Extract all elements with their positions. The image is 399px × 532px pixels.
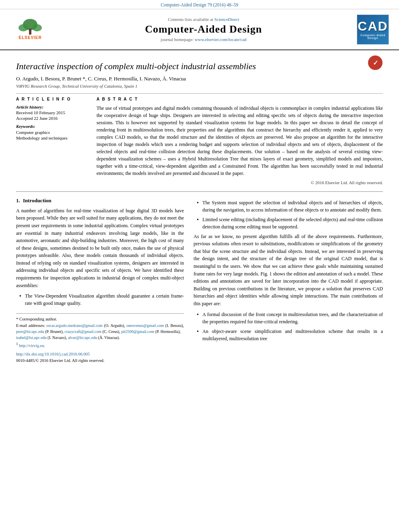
article-info-header: A R T I C L E I N F O (16, 97, 88, 101)
intro-para-right1: As far as we know, no present algorithm … (193, 233, 383, 308)
history-label: Article history: (16, 105, 88, 109)
divider-after-affiliation (16, 93, 383, 94)
journal-title: Computer-Aided Design (52, 23, 355, 35)
bullet-right-2: An object-aware scene simplification and… (197, 328, 383, 342)
journal-citation: Computer-Aided Design 79 (2016) 48–59 (161, 2, 239, 7)
email-creus[interactable]: crazycraft@gmail.com (65, 329, 102, 334)
body-right-column: The System must support the selection of… (193, 197, 383, 364)
cad-logo-box: CAD Computer-Aided Design (357, 14, 389, 45)
article-main: Interactive inspection of complex multi-… (0, 50, 399, 372)
copyright-line: © 2016 Elsevier Ltd. All rights reserved… (97, 180, 383, 185)
svg-rect-4 (29, 29, 31, 35)
crossmark-badge: ✓ (368, 55, 383, 70)
homepage-link[interactable]: www.elsevier.com/locate/cad (195, 37, 247, 42)
article-title: Interactive inspection of complex multi-… (16, 61, 368, 72)
email-hermosilla[interactable]: pit2500@gmail.com (121, 329, 154, 334)
svg-point-3 (32, 24, 42, 31)
homepage-line: journal homepage: www.elsevier.com/locat… (52, 37, 355, 42)
journal-info-center: Contents lists available at ScienceDirec… (52, 17, 355, 42)
bullet-right-1: A formal discussion of the front concept… (197, 311, 383, 325)
bullet-left-2: The System must support the selection of… (197, 199, 383, 214)
svg-text:✓: ✓ (373, 60, 378, 66)
body-two-column: 1. Introduction A number of algorithms f… (16, 197, 383, 364)
virvig-link[interactable]: http://virvig.eu. (19, 343, 45, 348)
intro-para1: A number of algorithms for real-time vis… (16, 207, 184, 290)
article-info-abstract-section: A R T I C L E I N F O Article history: R… (16, 97, 383, 185)
top-bar: Computer-Aided Design 79 (2016) 48–59 (0, 0, 399, 9)
footnote-1: 1 http://virvig.eu. (16, 341, 184, 349)
cad-logo-subtitle: Computer-Aided Design (357, 34, 389, 39)
email-brunet[interactable]: pere@lsi.upc.edu (16, 329, 44, 334)
intro-bullets-left-continued: The System must support the selection of… (197, 199, 383, 230)
intro-bullets-right: A formal discussion of the front concept… (197, 311, 383, 342)
elsevier-logo: ELSEVIER (10, 16, 50, 43)
title-row: Interactive inspection of complex multi-… (16, 54, 383, 76)
bullet-left-1: The View-Dependent Visualization algorit… (19, 292, 184, 307)
sciencedirect-link[interactable]: ScienceDirect (214, 17, 239, 22)
received-date: Received 10 February 2015 (16, 110, 88, 115)
doi-line: http://dx.doi.org/10.1016/j.cad.2016.06.… (16, 351, 184, 357)
email-argudo[interactable]: oscar.argudo.medrano@gmail.com (46, 323, 103, 328)
intro-title-text: Introduction (23, 197, 51, 203)
intro-bullets-left: The View-Dependent Visualization algorit… (19, 292, 184, 307)
cad-logo-container: CAD Computer-Aided Design (355, 13, 391, 45)
email-vinacua[interactable]: alvar@lsi.upc.edu (68, 335, 97, 340)
elsevier-logo-container: ELSEVIER (8, 13, 52, 45)
keyword-2: Methodology and techniques (16, 136, 88, 140)
abstract-text: The use of virtual prototypes and digita… (97, 105, 383, 177)
svg-text:ELSEVIER: ELSEVIER (19, 35, 41, 40)
email-besora[interactable]: onesvenus@gmail.com (126, 323, 164, 328)
article-info-column: A R T I C L E I N F O Article history: R… (16, 97, 88, 185)
abstract-header: A B S T R A C T (97, 97, 383, 101)
body-left-column: 1. Introduction A number of algorithms f… (16, 197, 184, 364)
keyword-1: Computer graphics (16, 130, 88, 135)
email-navazo[interactable]: isabel@lsi.upc.edu (16, 335, 47, 340)
journal-header: ELSEVIER Contents lists available at Sci… (0, 9, 399, 50)
section-divider (16, 191, 383, 192)
keywords-label: Keywords: (16, 124, 88, 129)
doi-link[interactable]: http://dx.doi.org/10.1016/j.cad.2016.06.… (16, 352, 90, 356)
abstract-column: A B S T R A C T The use of virtual proto… (97, 97, 383, 185)
footnote-section: * Corresponding author. E-mail addresses… (16, 313, 184, 364)
email-prefix: E-mail addresses: (16, 323, 45, 328)
authors-line: O. Argudo, I. Besora, P. Brunet *, C. Cr… (16, 76, 383, 82)
cad-logo-text: CAD (358, 20, 388, 33)
intro-section-title: 1. Introduction (16, 197, 184, 205)
contents-line: Contents lists available at ScienceDirec… (52, 17, 355, 22)
affiliation-line: ViRVIG Research Group, Technical Univers… (16, 84, 383, 88)
issn-line: 0010-4485/© 2016 Elsevier Ltd. All right… (16, 357, 184, 364)
corresponding-author-note: * Corresponding author. (16, 316, 184, 322)
bullet-left-3: Limited scene editing (including displac… (197, 216, 383, 230)
email-addresses-block: E-mail addresses: oscar.argudo.medrano@g… (16, 322, 184, 341)
accepted-date: Accepted 22 June 2016 (16, 116, 88, 121)
svg-point-2 (19, 24, 28, 31)
